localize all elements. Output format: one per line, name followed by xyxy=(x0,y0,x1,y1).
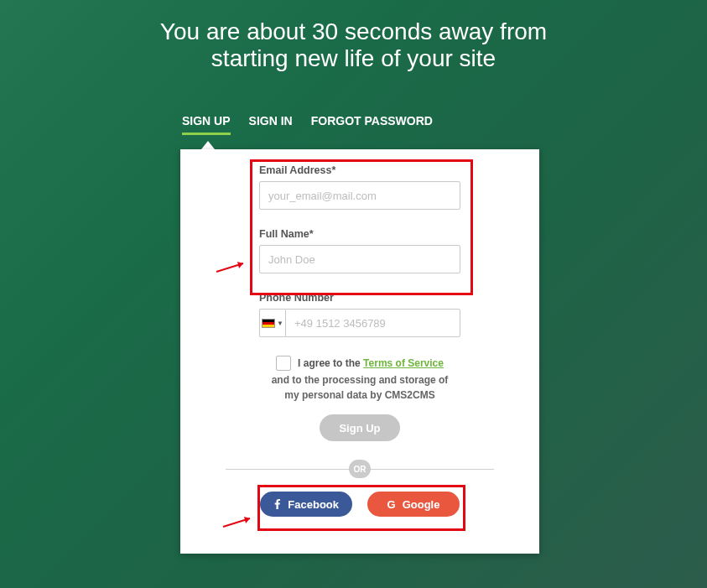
facebook-label: Facebook xyxy=(288,498,339,511)
consent-prefix: I agree to the xyxy=(298,357,363,369)
chevron-down-icon: ▼ xyxy=(277,320,283,327)
signup-button[interactable]: Sign Up xyxy=(320,414,400,441)
terms-of-service-link[interactable]: Terms of Service xyxy=(363,357,444,369)
auth-tabs: SIGN UP SIGN IN FORGOT PASSWORD xyxy=(182,114,433,135)
email-group: Email Address* xyxy=(259,164,460,210)
email-label: Email Address* xyxy=(259,164,460,176)
social-login-row: Facebook G Google xyxy=(259,492,460,517)
google-login-button[interactable]: G Google xyxy=(367,492,460,517)
heading-line-1: You are about 30 seconds away from xyxy=(0,18,707,45)
fullname-field[interactable] xyxy=(259,245,460,273)
facebook-login-button[interactable]: Facebook xyxy=(260,492,352,517)
social-divider: OR xyxy=(226,460,494,478)
page-heading: You are about 30 seconds away from start… xyxy=(0,18,707,72)
facebook-icon xyxy=(273,499,281,509)
tab-forgot-password[interactable]: FORGOT PASSWORD xyxy=(311,114,433,135)
phone-label: Phone Number xyxy=(259,292,460,304)
consent-checkbox[interactable] xyxy=(276,356,291,371)
phone-group: Phone Number ▼ xyxy=(259,292,460,337)
phone-country-selector[interactable]: ▼ xyxy=(259,309,285,337)
fullname-label: Full Name* xyxy=(259,228,460,240)
heading-line-2: starting new life of your site xyxy=(0,45,707,72)
annotation-arrow-icon xyxy=(215,260,252,275)
svg-marker-1 xyxy=(237,262,243,268)
tab-signup[interactable]: SIGN UP xyxy=(182,114,231,135)
annotation-arrow-icon xyxy=(221,515,258,530)
signup-card: Email Address* Full Name* Phone Number ▼… xyxy=(180,149,539,554)
fullname-group: Full Name* xyxy=(259,228,460,273)
flag-de-icon xyxy=(262,319,275,328)
active-tab-pointer xyxy=(201,141,215,149)
google-icon: G xyxy=(387,498,396,511)
consent-block: I agree to the Terms of Service and to t… xyxy=(259,356,460,403)
consent-line-2: and to the processing and storage of xyxy=(259,372,460,388)
email-field[interactable] xyxy=(259,181,460,210)
page-background: You are about 30 seconds away from start… xyxy=(0,0,707,588)
consent-line-3: my personal data by CMS2CMS xyxy=(259,388,460,403)
tab-signin[interactable]: SIGN IN xyxy=(249,114,293,135)
divider-or-label: OR xyxy=(349,460,371,478)
phone-field[interactable] xyxy=(285,309,460,337)
svg-marker-3 xyxy=(244,517,250,523)
google-label: Google xyxy=(403,498,440,511)
